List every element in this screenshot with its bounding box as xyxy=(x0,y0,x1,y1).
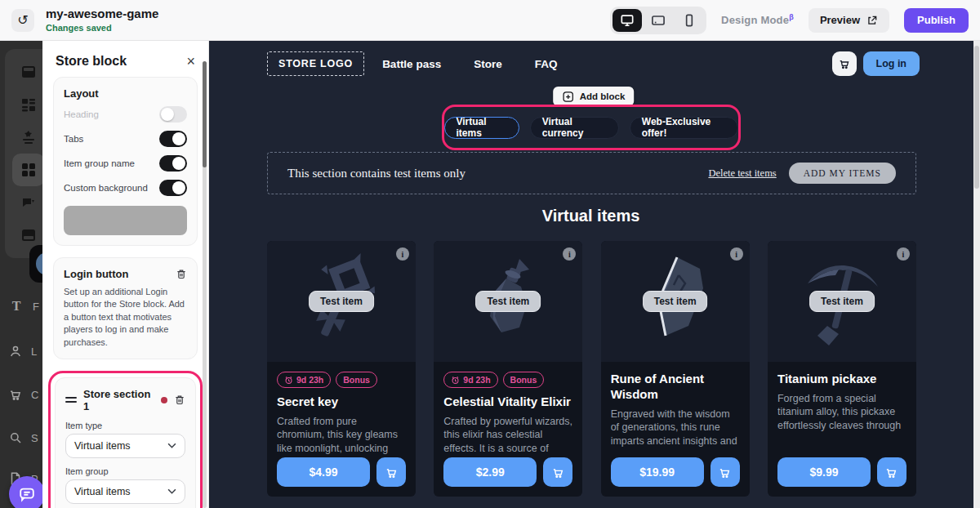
info-icon[interactable]: i xyxy=(897,247,910,261)
sidebar-item-label: L xyxy=(31,345,37,358)
sidebar-item-label: S xyxy=(31,432,38,444)
support-chat-button[interactable] xyxy=(9,476,45,508)
unsaved-indicator-dot xyxy=(161,397,167,403)
store-header-actions: Log in xyxy=(832,51,920,76)
item-description: Engraved with the wisdom of generations,… xyxy=(611,408,740,448)
item-group-value: Virtual items xyxy=(74,486,131,497)
toggle-label: Heading xyxy=(64,109,99,119)
bonus-badge: Bonus xyxy=(336,372,377,388)
sidebar-item-header-block[interactable] xyxy=(12,56,45,88)
tab-virtual-currency[interactable]: Virtual currency xyxy=(530,117,619,139)
publish-button[interactable]: Publish xyxy=(904,8,969,33)
add-block-button[interactable]: Add block xyxy=(553,87,635,106)
add-my-items-button[interactable]: ADD MY ITEMS xyxy=(789,163,896,184)
info-icon[interactable]: i xyxy=(396,247,409,261)
store-header: STORE LOGO Battle pass Store FAQ Log in xyxy=(208,51,973,77)
cart-icon xyxy=(718,466,732,479)
item-group-name-toggle[interactable] xyxy=(159,155,187,172)
sidebar-item-label: F xyxy=(33,301,39,313)
sidebar-item-hero-block[interactable] xyxy=(12,121,45,154)
sidebar-item-content-block[interactable] xyxy=(12,88,45,121)
window-scrollbar[interactable] xyxy=(973,41,980,508)
store-section-heading: Virtual items xyxy=(208,207,973,225)
item-image-area: i Test item xyxy=(768,241,916,362)
nav-item-faq[interactable]: FAQ xyxy=(535,58,558,70)
chat-bubble-icon xyxy=(18,485,36,503)
item-description: Crafted by powerful wizards, this elixir… xyxy=(443,415,572,456)
store-section-title: Store section 1 xyxy=(83,388,154,412)
store-cart-button[interactable] xyxy=(832,51,857,76)
tablet-icon xyxy=(650,12,666,29)
price-button[interactable]: $2.99 xyxy=(443,457,537,487)
store-login-button[interactable]: Log in xyxy=(863,51,920,76)
bonus-badge: Bonus xyxy=(503,372,545,388)
header-block-icon xyxy=(21,65,36,79)
toggle-label: Custom background xyxy=(64,183,148,193)
layout-settings-card: Layout Heading Tabs Item group name Cust… xyxy=(53,77,198,246)
info-icon[interactable]: i xyxy=(563,247,576,261)
person-icon xyxy=(8,344,23,359)
login-button-card: Login button Set up an additional Login … xyxy=(53,257,198,359)
tab-virtual-items[interactable]: Virtual items xyxy=(444,117,519,139)
preview-button[interactable]: Preview xyxy=(808,8,889,33)
price-button[interactable]: $9.99 xyxy=(777,457,871,487)
add-to-cart-button[interactable] xyxy=(543,457,572,487)
device-desktop-button[interactable] xyxy=(612,9,642,32)
nav-item-battle-pass[interactable]: Battle pass xyxy=(382,58,441,70)
item-card-secret-key[interactable]: i xyxy=(267,241,416,497)
social-block-icon xyxy=(21,195,36,210)
search-icon xyxy=(8,430,23,445)
store-block-panel: Store block × Layout Heading Tabs Item g… xyxy=(42,41,208,508)
close-icon[interactable]: × xyxy=(186,54,195,69)
device-tablet-button[interactable] xyxy=(644,9,673,32)
item-card-titanium-pickaxe[interactable]: i Test item Titanium pickaxe Forged from… xyxy=(768,241,916,497)
add-to-cart-button[interactable] xyxy=(710,457,740,487)
topbar-actions: Design Modeβ Preview Publish xyxy=(610,7,969,34)
price-button[interactable]: $4.99 xyxy=(277,457,370,487)
store-nav: Battle pass Store FAQ xyxy=(382,58,557,70)
item-name: Secret key xyxy=(277,394,406,410)
undo-button[interactable]: ↺ xyxy=(11,9,34,32)
item-card-rune-of-ancient-wisdom[interactable]: i Test item Rune of Ancient Wisdom Engra… xyxy=(601,241,750,497)
item-description: Crafted from pure chromium, this key gle… xyxy=(277,415,406,456)
item-type-select[interactable]: Virtual items xyxy=(65,434,185,458)
toggle-row-tabs: Tabs xyxy=(64,129,187,149)
delete-test-items-link[interactable]: Delete test items xyxy=(708,167,776,180)
sidebar-item-store-block[interactable] xyxy=(12,154,45,186)
item-group-select[interactable]: Virtual items xyxy=(65,479,185,504)
device-mobile-button[interactable] xyxy=(675,9,704,32)
item-image-area: i Test item xyxy=(601,241,750,362)
device-toggle-group xyxy=(610,7,706,34)
store-logo-placeholder[interactable]: STORE LOGO xyxy=(267,51,364,76)
price-button[interactable]: $19.99 xyxy=(611,457,704,487)
mobile-icon xyxy=(681,12,697,29)
item-cards-row: i xyxy=(267,241,916,497)
tabs-toggle[interactable] xyxy=(159,131,187,147)
trash-icon[interactable] xyxy=(174,394,185,406)
item-name: Titanium pickaxe xyxy=(777,372,906,387)
item-card-celestial-vitality-elixir[interactable]: i Test item xyxy=(434,241,582,497)
add-to-cart-button[interactable] xyxy=(376,457,406,487)
footer-block-icon xyxy=(21,228,36,243)
sidebar-item-social-block[interactable] xyxy=(12,186,45,219)
add-to-cart-button[interactable] xyxy=(877,457,906,487)
panel-scrollbar[interactable] xyxy=(203,61,207,508)
undo-icon: ↺ xyxy=(17,12,28,28)
nav-item-store[interactable]: Store xyxy=(474,58,502,70)
custom-background-toggle[interactable] xyxy=(159,180,187,196)
heading-toggle[interactable] xyxy=(159,106,187,123)
chevron-down-icon xyxy=(167,443,176,448)
toggle-row-heading: Heading xyxy=(64,105,187,124)
timer-badge: 9d 23h xyxy=(443,372,497,388)
window-scrollbar-thumb[interactable] xyxy=(974,46,979,189)
test-item-badge: Test item xyxy=(309,291,374,312)
drag-handle-icon[interactable] xyxy=(65,397,77,403)
panel-scrollbar-thumb[interactable] xyxy=(203,61,207,167)
tab-web-exclusive-offer[interactable]: Web-Exclusive offer! xyxy=(630,117,738,139)
toggle-row-item-group-name: Item group name xyxy=(64,154,187,173)
background-color-swatch[interactable] xyxy=(64,206,187,235)
trash-icon[interactable] xyxy=(176,268,187,280)
toggle-row-custom-background: Custom background xyxy=(64,178,187,198)
panel-header: Store block × xyxy=(42,41,208,77)
info-icon[interactable]: i xyxy=(730,247,743,261)
